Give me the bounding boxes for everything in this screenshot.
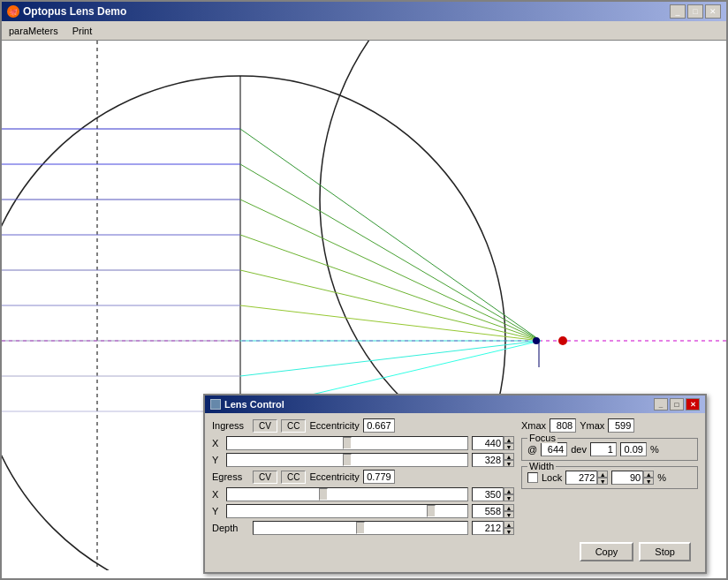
ymax-label: Ymax (580, 420, 604, 431)
ingress-x-spinbox: ▲ ▼ (472, 436, 514, 450)
menu-print[interactable]: Print (69, 24, 96, 38)
depth-up[interactable]: ▲ (504, 521, 514, 528)
ingress-y-row: Y ▲ ▼ (212, 453, 514, 467)
egress-section-row: Egress CV CC Eccentricity 0.779 (212, 470, 514, 484)
ingress-x-input[interactable] (472, 436, 504, 450)
ingress-y-label: Y (212, 455, 223, 465)
window-title: Optopus Lens Demo (23, 5, 126, 18)
width-percent-down[interactable]: ▼ (643, 478, 654, 485)
egress-cv-button[interactable]: CV (253, 471, 277, 484)
egress-y-spinbox: ▲ ▼ (472, 504, 514, 518)
width-percent-input[interactable] (611, 471, 643, 485)
ingress-x-thumb[interactable] (343, 437, 352, 449)
egress-x-label: X (212, 489, 223, 500)
focus-row: @ 644 dev 1 0.09 % (527, 442, 692, 456)
egress-y-thumb[interactable] (427, 505, 436, 517)
egress-x-down[interactable]: ▼ (504, 494, 514, 501)
dialog-maximize[interactable]: □ (670, 398, 684, 411)
ingress-x-down[interactable]: ▼ (504, 443, 514, 450)
egress-x-thumb[interactable] (319, 488, 328, 501)
dialog-main: Ingress CV CC Eccentricity 0.667 X (212, 418, 698, 539)
egress-eccentricity-label: Eccentricity (309, 471, 359, 482)
copy-button[interactable]: Copy (580, 542, 634, 561)
close-button[interactable]: ✕ (705, 4, 721, 19)
ingress-y-up[interactable]: ▲ (504, 453, 514, 460)
dialog-left-panel: Ingress CV CC Eccentricity 0.667 X (212, 418, 514, 539)
lens-control-dialog: Lens Control _ □ ✕ Ingress CV (203, 394, 707, 574)
width-up[interactable]: ▲ (597, 471, 608, 478)
title-bar-controls: _ □ ✕ (670, 4, 721, 19)
at-label: @ (527, 444, 537, 455)
width-input[interactable] (565, 471, 597, 485)
egress-x-row: X ▲ ▼ (212, 487, 514, 501)
dialog-controls: _ □ ✕ (654, 398, 700, 411)
egress-x-input[interactable] (472, 487, 504, 501)
egress-y-arrows: ▲ ▼ (504, 504, 514, 518)
ingress-y-arrows: ▲ ▼ (504, 453, 514, 467)
egress-eccentricity-value: 0.779 (363, 470, 395, 484)
egress-x-spinbox: ▲ ▼ (472, 487, 514, 501)
egress-y-down[interactable]: ▼ (504, 511, 514, 518)
dialog-minimize[interactable]: _ (654, 398, 668, 411)
ingress-eccentricity-value: 0.667 (363, 418, 395, 433)
width-legend: Width (527, 461, 556, 471)
egress-y-up[interactable]: ▲ (504, 504, 514, 511)
minimize-button[interactable]: _ (670, 4, 686, 19)
xmax-value: 808 (550, 418, 576, 433)
focus-legend: Focus (527, 433, 557, 443)
ingress-x-arrows: ▲ ▼ (504, 436, 514, 450)
ingress-x-up[interactable]: ▲ (504, 436, 514, 443)
depth-label: Depth (212, 523, 249, 533)
depth-down[interactable]: ▼ (504, 528, 514, 535)
width-percent-spinbox: ▲ ▼ (611, 471, 654, 485)
title-bar: 🐙 Optopus Lens Demo _ □ ✕ (2, 2, 726, 21)
ingress-x-slider[interactable] (226, 436, 468, 450)
width-group: Width Lock ▲ ▼ (521, 466, 698, 489)
ingress-y-spinbox: ▲ ▼ (472, 453, 514, 467)
lock-checkbox[interactable] (527, 472, 538, 483)
egress-x-up[interactable]: ▲ (504, 487, 514, 494)
ingress-cv-button[interactable]: CV (253, 419, 277, 433)
width-row: Lock ▲ ▼ (527, 471, 692, 485)
focus-percent-label: % (650, 444, 659, 455)
egress-y-row: Y ▲ ▼ (212, 504, 514, 518)
maximize-button[interactable]: □ (687, 4, 703, 19)
ingress-y-down[interactable]: ▼ (504, 460, 514, 467)
width-percent-up[interactable]: ▲ (643, 471, 654, 478)
focus-percent-value: 0.09 (620, 442, 647, 456)
menu-parameters[interactable]: paraMeters (5, 24, 62, 38)
focus-dev-value: 1 (590, 442, 617, 456)
depth-slider[interactable] (253, 521, 468, 535)
width-spinbox: ▲ ▼ (565, 471, 608, 485)
menu-bar: paraMeters Print (2, 21, 726, 41)
ingress-y-slider[interactable] (226, 453, 468, 467)
dialog-title-bar: Lens Control _ □ ✕ (205, 395, 705, 413)
dialog-right-panel: Xmax 808 Ymax 599 Focus @ 644 dev (521, 418, 698, 539)
depth-spinbox: ▲ ▼ (472, 521, 514, 535)
ingress-x-label: X (212, 438, 223, 448)
ymax-value: 599 (608, 418, 634, 433)
depth-arrows: ▲ ▼ (504, 521, 514, 535)
xmax-label: Xmax (521, 420, 546, 431)
egress-label: Egress (212, 471, 249, 482)
egress-y-slider[interactable] (226, 504, 468, 518)
width-down[interactable]: ▼ (597, 478, 608, 485)
stop-button[interactable]: Stop (639, 542, 691, 561)
ingress-cc-button[interactable]: CC (281, 419, 306, 433)
dialog-close[interactable]: ✕ (686, 398, 700, 411)
egress-y-input[interactable] (472, 504, 504, 518)
main-window: 🐙 Optopus Lens Demo _ □ ✕ paraMeters Pri… (0, 0, 728, 580)
focus-at-value: 644 (541, 442, 567, 456)
depth-input[interactable] (472, 521, 504, 535)
egress-x-slider[interactable] (226, 487, 468, 501)
ingress-y-input[interactable] (472, 453, 504, 467)
dialog-title-text: Lens Control (224, 399, 284, 410)
width-percent-label: % (657, 472, 666, 483)
app-icon: 🐙 (7, 5, 19, 18)
width-percent-arrows: ▲ ▼ (643, 471, 654, 485)
ingress-y-thumb[interactable] (343, 454, 352, 466)
egress-cc-button[interactable]: CC (281, 471, 306, 484)
ingress-x-row: X ▲ ▼ (212, 436, 514, 450)
depth-thumb[interactable] (356, 522, 365, 534)
depth-row: Depth ▲ ▼ (212, 521, 514, 535)
